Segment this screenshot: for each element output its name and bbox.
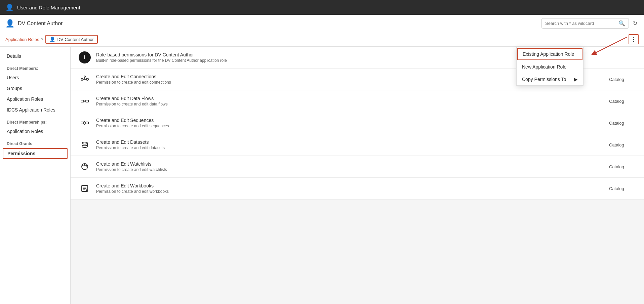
topbar-title: User and Role Management — [17, 5, 80, 10]
datasets-icon — [79, 139, 91, 151]
svg-point-0 — [81, 78, 83, 80]
breadcrumb: Application Roles > 👤 DV Content Author … — [0, 32, 644, 47]
svg-point-17 — [84, 164, 85, 165]
svg-point-25 — [86, 189, 88, 191]
info-icon: i — [79, 51, 91, 63]
svg-point-1 — [86, 78, 88, 80]
sidebar-item-permissions[interactable]: Permissions — [3, 148, 68, 159]
svg-point-8 — [84, 101, 85, 102]
perm-datasets-info: Create and Edit Datasets Permission to c… — [96, 139, 604, 150]
copy-permissions-row[interactable]: Copy Permissions To ▶ — [517, 73, 583, 85]
breadcrumb-role-icon: 👤 — [49, 37, 55, 42]
svg-rect-10 — [86, 122, 88, 124]
sidebar-section-direct-memberships: Direct Memberships: — [0, 115, 70, 126]
perm-sequences-desc: Permission to create and edit sequences — [96, 124, 604, 128]
search-button[interactable]: 🔍 — [618, 20, 625, 27]
perm-row-dataflows: Create and Edit Data Flows Permission to… — [71, 90, 644, 112]
dataflows-icon — [79, 95, 91, 107]
sidebar-section-direct-members: Direct Members: — [0, 61, 70, 72]
copy-permissions-label: Copy Permissions To — [522, 77, 566, 82]
sidebar-section-direct-grants: Direct Grants — [0, 137, 70, 147]
dropdown-menu: Existing Application Role New Applicatio… — [516, 47, 583, 86]
perm-workbooks-desc: Permission to create and edit workbooks — [96, 189, 604, 194]
header-user-name: DV Content Author — [18, 20, 63, 27]
copy-permissions-arrow: ▶ — [574, 77, 578, 82]
sidebar-item-details[interactable]: Details — [0, 51, 70, 61]
dropdown-item-existing-role[interactable]: Existing Application Role — [517, 48, 582, 60]
perm-datasets-desc: Permission to create and edit datasets — [96, 145, 604, 150]
sidebar-item-memberships-app-roles[interactable]: Application Roles — [0, 126, 70, 137]
search-input[interactable] — [545, 21, 616, 26]
sequences-icon — [79, 117, 91, 129]
perm-row-workbooks: Create and Edit Workbooks Permission to … — [71, 178, 644, 200]
perm-workbooks-category: Catalog — [609, 186, 636, 191]
perm-dataflows-desc: Permission to create and edit data flows — [96, 102, 604, 106]
svg-rect-5 — [81, 100, 84, 102]
connections-icon — [79, 73, 91, 85]
perm-watchlists-info: Create and Edit Watchlists Permission to… — [96, 161, 604, 172]
topbar: 👤 User and Role Management — [0, 0, 644, 15]
perm-dataflows-title: Create and Edit Data Flows — [96, 96, 604, 101]
perm-row-watchlists: Create and Edit Watchlists Permission to… — [71, 156, 644, 178]
header-left: 👤 DV Content Author — [5, 19, 63, 28]
perm-datasets-category: Catalog — [609, 142, 636, 147]
svg-rect-6 — [86, 100, 88, 102]
watchlists-icon — [79, 161, 91, 173]
perm-row-datasets: Create and Edit Datasets Permission to c… — [71, 134, 644, 156]
breadcrumb-current: 👤 DV Content Author — [45, 35, 97, 44]
perm-sequences-title: Create and Edit Sequences — [96, 118, 604, 123]
perm-watchlists-category: Catalog — [609, 164, 636, 169]
sidebar-item-users[interactable]: Users — [0, 72, 70, 83]
sidebar-item-idcs-application-roles[interactable]: IDCS Application Roles — [0, 104, 70, 115]
perm-connections-category: Catalog — [609, 77, 636, 82]
refresh-button[interactable]: ↻ — [632, 19, 639, 28]
perm-watchlists-desc: Permission to create and edit watchlists — [96, 167, 604, 172]
sidebar-item-application-roles[interactable]: Application Roles — [0, 94, 70, 104]
header-right: 🔍 ↻ — [541, 18, 639, 29]
perm-dataflows-category: Catalog — [609, 99, 636, 104]
perm-watchlists-title: Create and Edit Watchlists — [96, 161, 604, 167]
perm-datasets-title: Create and Edit Datasets — [96, 139, 604, 145]
perm-sequences-info: Create and Edit Sequences Permission to … — [96, 118, 604, 128]
dropdown-item-new-role[interactable]: New Application Role — [517, 61, 583, 73]
sidebar: Details Direct Members: Users Groups App… — [0, 47, 71, 304]
workbooks-icon — [79, 182, 91, 194]
svg-rect-9 — [81, 122, 84, 124]
perm-workbooks-title: Create and Edit Workbooks — [96, 183, 604, 188]
sidebar-item-groups[interactable]: Groups — [0, 83, 70, 94]
perm-sequences-category: Catalog — [609, 121, 636, 126]
more-options-button[interactable]: ⋮ — [629, 34, 639, 44]
header: 👤 DV Content Author 🔍 ↻ — [0, 15, 644, 32]
svg-point-4 — [84, 76, 85, 77]
svg-point-14 — [82, 142, 87, 144]
breadcrumb-parent-link[interactable]: Application Roles — [5, 37, 39, 42]
perm-workbooks-info: Create and Edit Workbooks Permission to … — [96, 183, 604, 194]
breadcrumb-separator: > — [41, 37, 43, 42]
perm-row-sequences: Create and Edit Sequences Permission to … — [71, 112, 644, 134]
perm-dataflows-info: Create and Edit Data Flows Permission to… — [96, 96, 604, 106]
topbar-icon: 👤 — [5, 3, 14, 11]
search-box[interactable]: 🔍 — [541, 18, 629, 29]
header-avatar-icon: 👤 — [5, 19, 14, 28]
breadcrumb-current-label: DV Content Author — [57, 37, 93, 42]
